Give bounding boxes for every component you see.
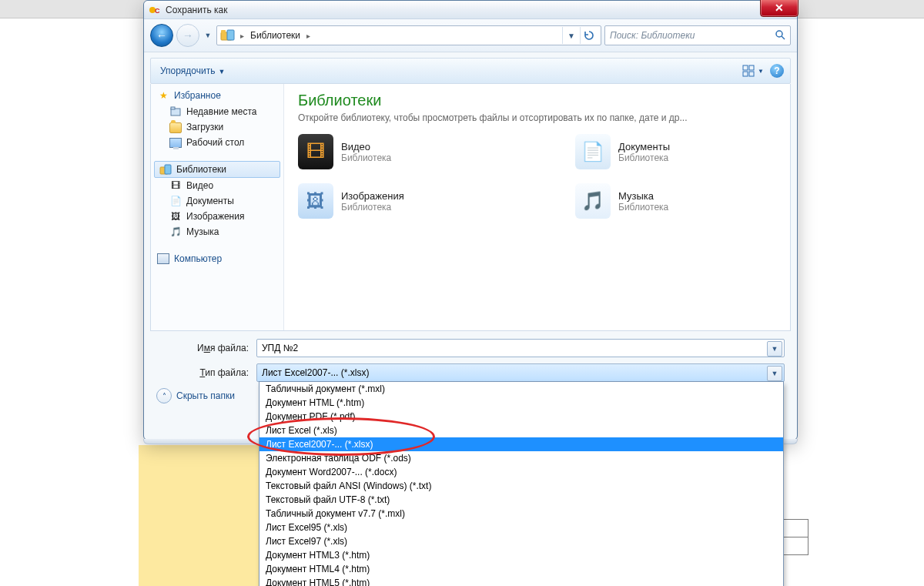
library-name: Документы	[618, 141, 670, 152]
filetype-option[interactable]: Табличный документ v7.7 (*.mxl)	[259, 507, 783, 521]
sidebar-favorites-header[interactable]: ★ Избранное	[151, 87, 283, 104]
svg-rect-10	[749, 72, 754, 76]
library-item[interactable]: 🎵МузыкаБиблиотека	[575, 183, 768, 219]
search-icon	[775, 29, 785, 42]
library-item[interactable]: 📄ДокументыБиблиотека	[575, 134, 768, 169]
sidebar-libraries-header[interactable]: Библиотеки	[154, 161, 280, 178]
library-name: Изображения	[341, 190, 404, 202]
svg-text:С: С	[155, 7, 160, 15]
sidebar-item-music[interactable]: 🎵Музыка	[151, 224, 283, 239]
filetype-option[interactable]: Документ HTML (*.htm)	[259, 396, 783, 410]
history-dropdown[interactable]: ▼	[203, 26, 213, 45]
filetype-option[interactable]: Лист Excel (*.xls)	[259, 424, 783, 437]
filetype-select[interactable]: Лист Excel2007-... (*.xlsx) ▼	[256, 363, 785, 382]
filetype-option[interactable]: Документ HTML3 (*.htm)	[259, 548, 783, 562]
library-name: Видео	[341, 141, 391, 152]
library-type: Библиотека	[618, 202, 668, 213]
chevron-down-icon[interactable]: ▼	[767, 341, 782, 357]
breadcrumb-root[interactable]: Библиотеки	[246, 30, 305, 41]
filename-label: Имя файла:	[156, 343, 249, 353]
svg-line-6	[782, 36, 785, 39]
svg-rect-8	[749, 65, 754, 70]
star-icon: ★	[157, 89, 169, 102]
filetype-option[interactable]: Лист Excel97 (*.xls)	[259, 534, 783, 548]
filetype-option[interactable]: Табличный документ (*.mxl)	[259, 382, 783, 396]
filetype-label: Тип файла:	[156, 367, 249, 378]
forward-button[interactable]: →	[176, 24, 199, 47]
close-icon: ✕	[775, 2, 784, 14]
filetype-option[interactable]: Текстовый файл ANSI (Windows) (*.txt)	[259, 479, 783, 493]
content-subheading: Откройте библиотеку, чтобы просмотреть ф…	[298, 112, 776, 123]
sidebar-item-downloads[interactable]: Загрузки	[151, 119, 283, 135]
filetype-option[interactable]: Документ HTML5 (*.htm)	[259, 576, 783, 586]
arrow-left-icon: ←	[156, 29, 167, 42]
recent-icon	[169, 105, 182, 118]
svg-rect-3	[221, 30, 226, 33]
library-icon: 🎞	[298, 134, 333, 169]
help-button[interactable]: ?	[770, 64, 784, 78]
address-bar[interactable]: ▸ Библиотеки ▸ ▼	[216, 25, 601, 45]
sidebar-computer-header[interactable]: Компьютер	[151, 250, 283, 267]
folder-icon	[169, 121, 182, 133]
filetype-option[interactable]: Документ Word2007-... (*.docx)	[259, 465, 783, 479]
library-icon: 🖼	[298, 183, 333, 219]
save-as-dialog: С Сохранить как ✕ ← → ▼ ▸ Библиотеки ▸ ▼…	[143, 0, 798, 440]
sidebar: ★ Избранное Недавние места Загрузки Рабо…	[151, 84, 284, 330]
titlebar[interactable]: С Сохранить как ✕	[144, 1, 797, 19]
sidebar-item-pictures[interactable]: 🖼Изображения	[151, 209, 283, 224]
filetype-option[interactable]: Текстовый файл UTF-8 (*.txt)	[259, 493, 783, 507]
filetype-option[interactable]: Лист Excel2007-... (*.xlsx)	[259, 437, 783, 451]
close-button[interactable]: ✕	[760, 0, 798, 17]
libraries-icon	[159, 163, 172, 176]
sidebar-item-video[interactable]: 🎞Видео	[151, 178, 283, 193]
svg-point-5	[776, 31, 782, 37]
app-icon: С	[149, 4, 161, 16]
filetype-option[interactable]: Лист Excel95 (*.xls)	[259, 521, 783, 534]
computer-icon	[157, 253, 169, 265]
sidebar-item-documents[interactable]: 📄Документы	[151, 193, 283, 209]
address-dropdown[interactable]: ▼	[562, 27, 580, 44]
chevron-up-icon: ˄	[156, 388, 172, 404]
library-item[interactable]: 🎞ВидеоБиблиотека	[298, 134, 490, 169]
library-item[interactable]: 🖼ИзображенияБиблиотека	[298, 183, 490, 219]
filetype-option[interactable]: Электронная таблица ODF (*.ods)	[259, 451, 783, 465]
library-icon: 🎵	[575, 183, 611, 219]
chevron-down-icon: ▼	[758, 68, 764, 75]
svg-rect-14	[165, 165, 171, 174]
chevron-down-icon: ▼	[218, 68, 225, 75]
libraries-icon	[220, 28, 236, 42]
sidebar-item-desktop[interactable]: Рабочий стол	[151, 135, 283, 150]
library-icon: 📄	[575, 134, 611, 169]
sidebar-item-recent[interactable]: Недавние места	[151, 104, 283, 119]
library-type: Библиотека	[341, 202, 404, 213]
window-title: Сохранить как	[166, 5, 227, 15]
search-placeholder: Поиск: Библиотеки	[610, 30, 695, 41]
document-icon: 📄	[169, 195, 182, 207]
video-icon: 🎞	[169, 179, 182, 192]
filetype-option[interactable]: Документ HTML4 (*.htm)	[259, 562, 783, 576]
nav-row: ← → ▼ ▸ Библиотеки ▸ ▼ Поиск: Библиотеки	[144, 19, 797, 52]
pictures-icon: 🖼	[169, 210, 182, 223]
search-input[interactable]: Поиск: Библиотеки	[604, 25, 791, 45]
library-type: Библиотека	[618, 152, 670, 163]
music-icon: 🎵	[169, 226, 182, 238]
arrow-right-icon: →	[182, 29, 193, 42]
svg-rect-4	[227, 30, 234, 40]
back-button[interactable]: ←	[150, 24, 173, 47]
svg-rect-9	[743, 72, 748, 76]
organize-menu[interactable]: Упорядочить▼	[157, 64, 228, 78]
filename-input[interactable]: УПД №2 ▼	[256, 339, 785, 357]
chevron-down-icon[interactable]: ▼	[767, 366, 782, 381]
refresh-button[interactable]	[580, 27, 598, 44]
svg-rect-7	[743, 65, 748, 70]
content-heading: Библиотеки	[298, 92, 776, 109]
toolbar: Упорядочить▼ ▼ ?	[150, 58, 791, 84]
filetype-dropdown-list[interactable]: Табличный документ (*.mxl)Документ HTML …	[259, 381, 784, 586]
breadcrumb-sep: ▸	[305, 32, 312, 40]
views-button[interactable]: ▼	[742, 62, 764, 79]
library-name: Музыка	[618, 190, 668, 202]
breadcrumb-sep: ▸	[239, 32, 246, 40]
svg-rect-12	[171, 107, 175, 109]
desktop-icon	[169, 136, 182, 149]
filetype-option[interactable]: Документ PDF (*.pdf)	[259, 410, 783, 424]
